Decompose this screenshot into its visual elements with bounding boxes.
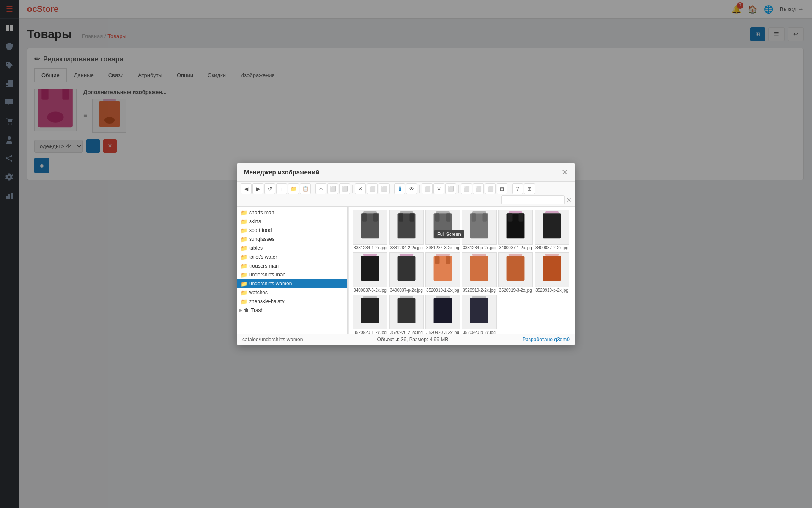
- image-thumb: [353, 295, 387, 329]
- image-thumb: [535, 252, 569, 287]
- image-cell-3520919-3[interactable]: 3520919-3-2x.jpg: [498, 252, 533, 293]
- toolbar-move-button[interactable]: ⬜: [379, 183, 390, 194]
- svg-rect-62: [363, 296, 377, 298]
- modal-close-button[interactable]: ✕: [562, 168, 568, 177]
- svg-rect-28: [362, 213, 367, 221]
- tree-item-shorts-man[interactable]: 📁 shorts man: [237, 208, 347, 217]
- toolbar-view1-button[interactable]: ⬜: [461, 183, 472, 194]
- toolbar-upload-button[interactable]: 📁: [288, 183, 299, 194]
- image-thumb: [462, 252, 497, 287]
- toolbar-select-all-button[interactable]: ⬜: [422, 183, 433, 194]
- tree-item-zhenskie-halaty[interactable]: 📁 zhenskie-halaty: [237, 297, 347, 306]
- svg-rect-54: [435, 256, 440, 264]
- tree-item-undershirts-women[interactable]: 📁 undershirts women: [237, 279, 347, 288]
- svg-rect-59: [507, 256, 525, 281]
- toolbar-expand-button[interactable]: ⊞: [524, 183, 535, 194]
- toolbar-separator-6: [510, 185, 510, 193]
- image-label: 3400037-1-2x.jpg: [499, 246, 532, 251]
- tree-item-tables[interactable]: 📁 tables: [237, 244, 347, 253]
- image-cell-3520920-2[interactable]: 3520920-2-2x.jpg: [389, 295, 424, 334]
- search-input[interactable]: [501, 195, 565, 204]
- tree-item-sunglasses[interactable]: 📁 sunglasses: [237, 235, 347, 244]
- dress-svg: [503, 211, 528, 243]
- image-cell-3381284-p[interactable]: 3381284-p-2x.jpg: [462, 210, 497, 251]
- toolbar-delete-button[interactable]: ✕: [355, 183, 366, 194]
- folder-icon: 📁: [241, 218, 247, 225]
- dress-svg: [539, 211, 565, 243]
- svg-rect-57: [470, 256, 488, 281]
- footer-credit-link[interactable]: Разработано q3dm0: [522, 337, 570, 342]
- image-label: 3400037-3-2x.jpg: [354, 288, 387, 293]
- image-cell-3520919-1[interactable]: 3520919-1-2x.jpg: [425, 252, 460, 293]
- svg-rect-34: [436, 211, 450, 213]
- toolbar-newfolder-button[interactable]: 📋: [300, 183, 311, 194]
- tree-item-undershirts-man[interactable]: 📁 undershirts man: [237, 271, 347, 279]
- toolbar-rename-button[interactable]: ⬜: [367, 183, 378, 194]
- svg-rect-41: [483, 213, 487, 221]
- tree-item-trousers-man[interactable]: 📁 trousers man: [237, 262, 347, 271]
- footer-info: Объекты: 36, Размер: 4.99 MB: [377, 337, 449, 342]
- tree-item-trash[interactable]: ▶ 🗑 Trash: [237, 306, 347, 315]
- toolbar-paste-button[interactable]: ⬜: [339, 183, 350, 194]
- svg-rect-44: [508, 213, 513, 221]
- toolbar-forward-button[interactable]: ▶: [252, 183, 263, 194]
- image-cell-3520919-p[interactable]: 3520919-p-2x.jpg: [535, 252, 569, 293]
- toolbar-fullscreen-button[interactable]: ⊞: [497, 183, 508, 194]
- image-cell-3520920-1[interactable]: 3520920-1-2x.jpg: [353, 295, 387, 334]
- svg-rect-37: [446, 213, 451, 221]
- image-cell-3381284-2[interactable]: 3381284-2-2x.jpg: [389, 210, 424, 251]
- image-label: 3381284-p-2x.jpg: [463, 246, 496, 251]
- toolbar-up-button[interactable]: ↑: [276, 183, 287, 194]
- folder-icon: 📁: [241, 298, 247, 305]
- svg-rect-60: [545, 254, 559, 256]
- search-clear-button[interactable]: ✕: [566, 196, 571, 203]
- dress-svg: [466, 211, 492, 243]
- image-thumb: [353, 210, 387, 245]
- tree-item-toilets-water[interactable]: 📁 toilet's water: [237, 253, 347, 262]
- toolbar-separator-3: [392, 185, 392, 193]
- toolbar-separator-1: [313, 185, 313, 193]
- tree-item-watches[interactable]: 📁 watches: [237, 288, 347, 297]
- image-cell-3520919-2[interactable]: 3520919-2-2x.jpg: [462, 252, 497, 293]
- toolbar-deselect-button[interactable]: ✕: [433, 183, 444, 194]
- image-label: 3381284-3-2x.jpg: [426, 246, 459, 251]
- toolbar-view2-button[interactable]: ⬜: [473, 183, 484, 194]
- image-label: 3520919-3-2x.jpg: [499, 288, 532, 293]
- svg-rect-29: [373, 213, 378, 221]
- image-cell-3520920-p[interactable]: 3520920-p-2x.jpg: [462, 295, 497, 334]
- trash-expand-icon: ▶: [239, 308, 242, 312]
- dress-svg: [503, 254, 528, 285]
- folder-icon: 📁: [241, 210, 247, 216]
- toolbar-view3-button[interactable]: ⬜: [485, 183, 496, 194]
- image-cell-3400037-1[interactable]: 3400037-1-2x.jpg: [498, 210, 533, 251]
- toolbar-preview-button[interactable]: 👁: [406, 183, 417, 194]
- image-label: 3520920-1-2x.jpg: [354, 330, 387, 334]
- folder-icon: 📁: [241, 272, 247, 278]
- image-cell-3520920-3[interactable]: 3520920-3-2x.jpg: [425, 295, 460, 334]
- image-cell-3400037-3[interactable]: 3400037-3-2x.jpg: [353, 252, 387, 293]
- trash-icon: 🗑: [244, 307, 249, 313]
- dress-svg: [357, 254, 383, 285]
- toolbar-invert-button[interactable]: ⬜: [445, 183, 456, 194]
- image-label: 3381284-2-2x.jpg: [390, 246, 423, 251]
- folder-icon: 📁: [241, 290, 247, 296]
- image-cell-3400037-p[interactable]: 3400037-p-2x.jpg: [389, 252, 424, 293]
- modal-overlay[interactable]: Менеджер изображений ✕ ◀ ▶ ↺ ↑ 📁 📋 ✂ ⬜ ⬜…: [0, 0, 812, 508]
- tree-item-sport-food[interactable]: 📁 sport food: [237, 226, 347, 235]
- toolbar-cut-button[interactable]: ✂: [315, 183, 326, 194]
- toolbar-refresh-button[interactable]: ↺: [264, 183, 275, 194]
- folder-icon: 📁: [241, 254, 247, 260]
- image-cell-3381284-1[interactable]: 3381284-1-2x.jpg: [353, 210, 387, 251]
- toolbar-back-button[interactable]: ◀: [241, 183, 252, 194]
- modal-title: Менеджер изображений: [244, 168, 319, 176]
- image-cell-3400037-2[interactable]: 3400037-2-2x.jpg: [535, 210, 569, 251]
- toolbar-copy-button[interactable]: ⬜: [327, 183, 338, 194]
- folder-icon: 📁: [241, 227, 247, 234]
- toolbar-help-button[interactable]: ?: [512, 183, 523, 194]
- image-thumb: [389, 252, 424, 287]
- dress-svg: [466, 254, 492, 285]
- toolbar-info-button[interactable]: ℹ: [394, 183, 405, 194]
- tree-item-skirts[interactable]: 📁 skirts: [237, 217, 347, 226]
- dress-svg: [430, 211, 455, 243]
- toolbar-separator-5: [458, 185, 459, 193]
